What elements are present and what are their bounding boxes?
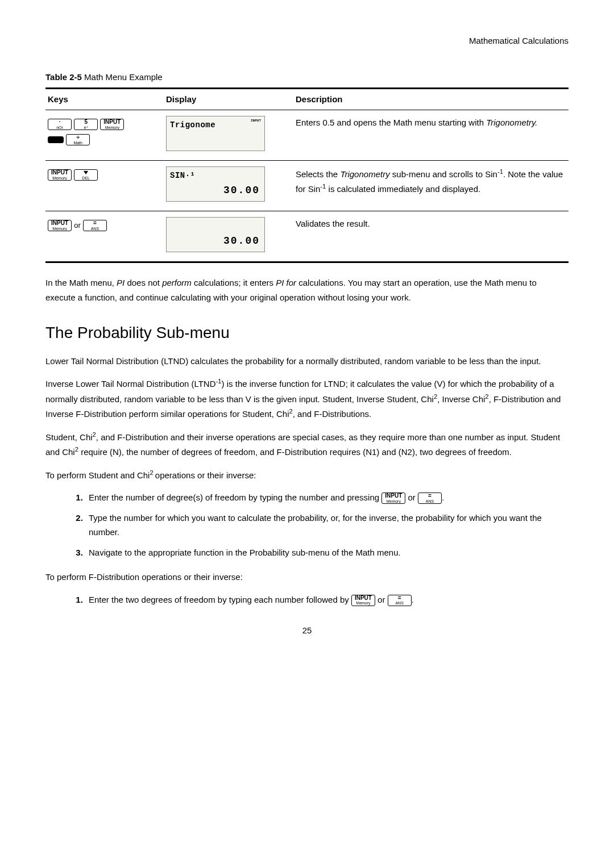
- row-description: Selects the Trigonometry sub-menu and sc…: [293, 161, 569, 211]
- page-header-section: Mathematical Calculations: [45, 34, 569, 48]
- key-equals-inline: =ANS: [418, 493, 442, 504]
- table-row: INPUTMemory or =ANS 30.00 Validates the …: [45, 211, 569, 262]
- key-down: DEL: [74, 169, 98, 181]
- display-top: Trigonome: [170, 120, 215, 130]
- step-2: Type the number for which you want to ca…: [85, 511, 569, 540]
- display-bottom: 30.00: [223, 233, 260, 249]
- table-caption: Table 2-5 Math Menu Example: [45, 70, 569, 84]
- paragraph-fdist-intro: To perform F-Distribution operations or …: [45, 570, 569, 585]
- paragraph-ltnd-inverse: Inverse Lower Tail Normal Distribution (…: [45, 376, 569, 422]
- key-math: ÷Math: [66, 134, 90, 145]
- display-flag: INPUT: [251, 118, 261, 124]
- key-input: INPUTMemory: [100, 119, 124, 130]
- paragraph-pi-note: In the Math menu, PI does not perform ca…: [45, 276, 569, 304]
- key-equals: =ANS: [83, 220, 107, 231]
- paragraph-student-chi-intro: To perform Student and Chi2 operations o…: [45, 468, 569, 483]
- calc-display: SIN·¹ 30.00: [166, 166, 265, 202]
- table-caption-rest: Math Menu Example: [82, 72, 163, 82]
- section-heading-probability: The Probability Sub-menu: [45, 320, 569, 346]
- th-description: Description: [293, 89, 569, 110]
- steps-student-chi: Enter the number of degree(s) of freedom…: [85, 490, 569, 560]
- step-1: Enter the two degrees of freedom by typi…: [85, 592, 569, 607]
- th-keys: Keys: [45, 89, 164, 110]
- chevron-down-icon: [84, 171, 88, 174]
- step-3: Navigate to the appropriate function in …: [85, 545, 569, 560]
- steps-fdist: Enter the two degrees of freedom by typi…: [85, 592, 569, 607]
- table-caption-bold: Table 2-5: [45, 72, 82, 82]
- row-description: Enters 0.5 and opens the Math menu start…: [293, 110, 569, 161]
- paragraph-special-cases: Student, Chi2, and F-Distribution and th…: [45, 429, 569, 460]
- key-input: INPUTMemory: [48, 169, 72, 181]
- math-menu-table: Keys Display Description ·nOr 5eˣ INPUTM…: [45, 87, 569, 263]
- page-number: 25: [45, 624, 569, 637]
- key-equals-inline: =ANS: [388, 595, 412, 606]
- th-display: Display: [164, 89, 293, 110]
- display-bottom: 30.00: [223, 182, 260, 199]
- or-text: or: [74, 221, 81, 229]
- calc-display: 30.00: [166, 217, 265, 252]
- key-5: 5eˣ: [74, 119, 98, 130]
- step-1: Enter the number of degree(s) of freedom…: [85, 490, 569, 505]
- key-shift: [48, 136, 64, 144]
- key-dot: ·nOr: [48, 119, 72, 130]
- key-input: INPUTMemory: [48, 220, 72, 231]
- table-row: ·nOr 5eˣ INPUTMemory ÷Math Trigonome INP…: [45, 110, 569, 161]
- calc-display: Trigonome INPUT: [166, 116, 265, 151]
- key-input-inline: INPUTMemory: [381, 493, 405, 504]
- key-input-inline: INPUTMemory: [351, 595, 375, 606]
- row-description: Validates the result.: [293, 211, 569, 262]
- table-row: INPUTMemory DEL SIN·¹ 30.00 Selects the …: [45, 161, 569, 211]
- paragraph-ltnd: Lower Tail Normal Distribution (LTND) ca…: [45, 354, 569, 369]
- display-top: SIN·¹: [170, 171, 196, 180]
